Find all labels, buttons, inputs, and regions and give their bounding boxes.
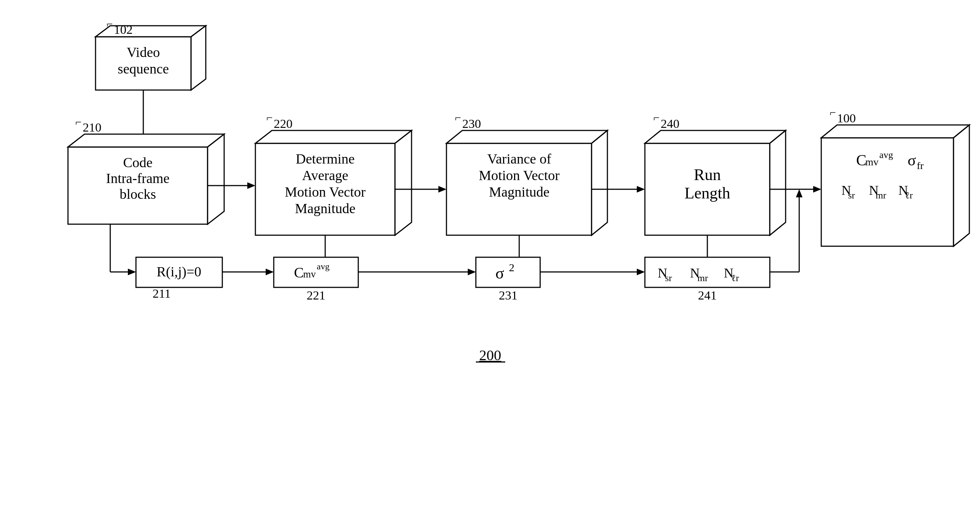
svg-marker-14 bbox=[255, 130, 412, 143]
node-230-label2: Motion Vector bbox=[479, 168, 560, 183]
ref-240: 240 bbox=[661, 117, 679, 130]
svg-text:⌐: ⌐ bbox=[830, 106, 836, 118]
svg-text:mr: mr bbox=[876, 190, 886, 200]
node-220-label4: Magnitude bbox=[295, 200, 356, 216]
node-220-label2: Average bbox=[302, 168, 348, 183]
svg-marker-33 bbox=[953, 125, 969, 246]
diagram-container: Video sequence 102 ⌐ Code Intra-frame bl… bbox=[0, 0, 980, 520]
svg-marker-3 bbox=[191, 26, 206, 90]
node-221-c: C bbox=[294, 264, 304, 281]
svg-text:⌐: ⌐ bbox=[266, 111, 273, 124]
svg-text:⌐: ⌐ bbox=[75, 116, 81, 128]
svg-marker-8 bbox=[68, 134, 224, 147]
svg-text:⌐: ⌐ bbox=[455, 111, 461, 124]
svg-text:ℓr: ℓr bbox=[731, 273, 739, 283]
ref-231: 231 bbox=[499, 288, 518, 302]
svg-text:⌐: ⌐ bbox=[107, 17, 113, 30]
ref-211: 211 bbox=[153, 287, 171, 300]
node-230-label3: Magnitude bbox=[489, 184, 550, 200]
svg-text:mv: mv bbox=[865, 156, 878, 168]
node-102-label2: sequence bbox=[118, 61, 169, 76]
node-210-label3: blocks bbox=[119, 186, 156, 202]
ref-221: 221 bbox=[307, 288, 326, 302]
node-100-cmv: C bbox=[856, 152, 867, 169]
svg-text:mv: mv bbox=[303, 269, 316, 280]
svg-text:fr: fr bbox=[917, 160, 924, 171]
node-211-label: R(i,j)=0 bbox=[156, 264, 201, 280]
svg-text:⌐: ⌐ bbox=[653, 111, 660, 124]
node-220-label3: Motion Vector bbox=[285, 184, 366, 200]
svg-rect-53 bbox=[476, 257, 540, 287]
svg-marker-26 bbox=[645, 130, 786, 143]
svg-text:sr: sr bbox=[848, 190, 855, 200]
ref-230: 230 bbox=[462, 117, 481, 130]
ref-220: 220 bbox=[274, 117, 293, 130]
node-230-label1: Variance of bbox=[487, 151, 551, 167]
node-240-label2: Length bbox=[684, 184, 730, 202]
svg-rect-47 bbox=[274, 257, 358, 287]
node-240-label1: Run bbox=[694, 166, 721, 184]
node-231-sigma: σ bbox=[495, 264, 504, 282]
svg-marker-15 bbox=[395, 130, 412, 235]
node-210-label1: Code bbox=[123, 155, 153, 170]
svg-marker-9 bbox=[208, 134, 224, 224]
svg-text:ℓr: ℓr bbox=[905, 190, 913, 200]
svg-marker-27 bbox=[770, 130, 786, 235]
ref-241: 241 bbox=[698, 288, 717, 302]
node-210-label2: Intra-frame bbox=[106, 170, 170, 186]
ref-210: 210 bbox=[83, 121, 102, 134]
node-220-label1: Determine bbox=[296, 151, 355, 167]
svg-text:avg: avg bbox=[317, 262, 329, 271]
svg-marker-20 bbox=[447, 130, 608, 143]
svg-marker-21 bbox=[592, 130, 608, 235]
node-102-label: Video bbox=[127, 45, 160, 60]
ref-102: 102 bbox=[114, 23, 133, 37]
svg-text:mr: mr bbox=[697, 273, 708, 283]
node-100-sigma: σ bbox=[908, 152, 916, 169]
ref-100: 100 bbox=[837, 111, 856, 125]
figure-number: 200 bbox=[479, 347, 501, 363]
svg-marker-32 bbox=[821, 125, 969, 138]
svg-text:2: 2 bbox=[509, 261, 514, 274]
svg-text:avg: avg bbox=[879, 149, 893, 160]
svg-text:sr: sr bbox=[665, 273, 672, 283]
